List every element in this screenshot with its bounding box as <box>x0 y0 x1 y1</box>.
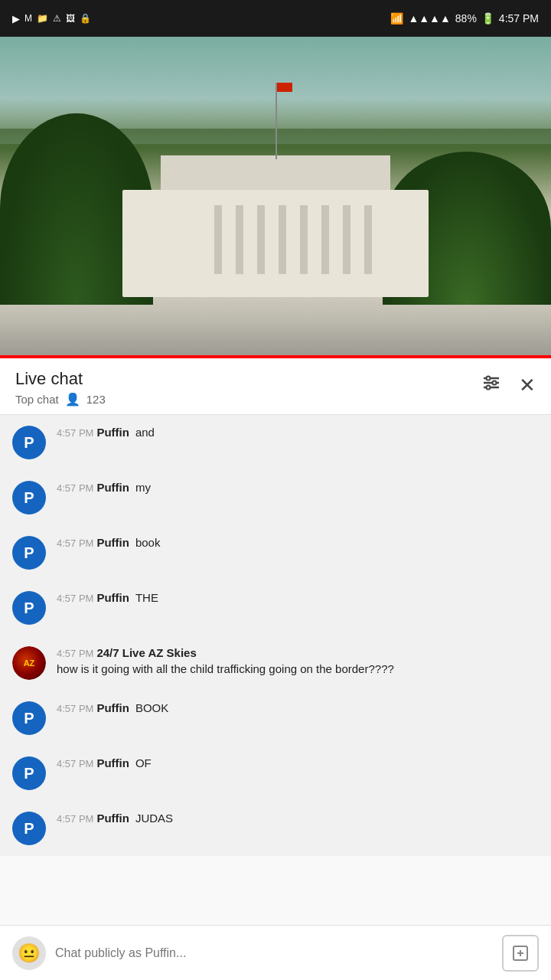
status-right: 📶 ▲▲▲▲ 88% 🔋 4:57 PM <box>390 12 539 24</box>
avatar: P <box>12 536 46 570</box>
avatar: P <box>12 756 46 790</box>
message-time: 4:57 PM <box>57 593 93 604</box>
avatar: P <box>12 591 46 625</box>
chat-header-right: ✕ <box>481 372 536 398</box>
top-chat-label[interactable]: Top chat <box>15 393 59 406</box>
message-text: book <box>135 536 161 549</box>
message-author: 24/7 Live AZ Skies <box>96 646 196 659</box>
message-text: BOOK <box>135 701 168 714</box>
play-icon: ▶ <box>12 13 20 24</box>
svg-point-3 <box>487 377 491 381</box>
filter-button[interactable] <box>481 372 502 398</box>
message-time: 4:57 PM <box>57 537 93 549</box>
building <box>84 144 467 297</box>
chat-message: P 4:57 PM Puffin JUDAS <box>0 801 551 856</box>
image-icon: 🖼 <box>66 13 75 24</box>
message-meta: 4:57 PM Puffin JUDAS <box>57 812 539 825</box>
battery-icon: 🔋 <box>481 12 494 24</box>
chat-message: P 4:57 PM Puffin and <box>0 415 551 470</box>
message-meta: 4:57 PM Puffin BOOK <box>57 701 539 714</box>
progress-bar[interactable] <box>0 355 551 358</box>
battery-percent: 88% <box>455 12 477 24</box>
m-icon: M <box>24 13 32 24</box>
svg-point-4 <box>493 381 497 385</box>
message-author: Puffin <box>96 701 129 714</box>
message-text: and <box>135 426 155 439</box>
chat-header-left: Live chat Top chat 👤 123 <box>15 369 106 407</box>
folder-icon: 📁 <box>37 13 48 24</box>
people-icon: 👤 <box>65 392 80 407</box>
message-text: JUDAS <box>135 812 173 825</box>
svg-point-5 <box>487 386 491 390</box>
viewer-count: 123 <box>86 393 106 406</box>
message-content: 4:57 PM Puffin JUDAS <box>57 812 539 825</box>
message-content: 4:57 PM Puffin and <box>57 426 539 439</box>
status-bar: ▶ M 📁 ⚠ 🖼 🔒 📶 ▲▲▲▲ 88% 🔋 4:57 PM <box>0 0 551 37</box>
message-time: 4:57 PM <box>57 813 93 825</box>
avatar: P <box>12 426 46 459</box>
avatar: AZ <box>12 646 46 680</box>
avatar: P <box>12 812 46 845</box>
send-button[interactable] <box>502 935 539 972</box>
chat-message: P 4:57 PM Puffin book <box>0 525 551 580</box>
warning-icon: ⚠ <box>53 13 61 24</box>
message-content: 4:57 PM 24/7 Live AZ Skies how is it goi… <box>57 646 539 677</box>
message-author: Puffin <box>96 812 129 825</box>
chat-subtitle: Top chat 👤 123 <box>15 392 106 407</box>
message-meta: 4:57 PM Puffin and <box>57 426 539 439</box>
avatar: P <box>12 481 46 514</box>
message-author: Puffin <box>96 426 129 439</box>
message-time: 4:57 PM <box>57 482 93 494</box>
message-author: Puffin <box>96 481 129 494</box>
message-meta: 4:57 PM Puffin my <box>57 481 539 494</box>
message-text: how is it going with all the child traff… <box>57 661 539 677</box>
message-text: THE <box>135 591 158 604</box>
video-player[interactable] <box>0 37 551 358</box>
chat-message: AZ 4:57 PM 24/7 Live AZ Skies how is it … <box>0 635 551 691</box>
message-time: 4:57 PM <box>57 758 93 769</box>
message-content: 4:57 PM Puffin book <box>57 536 539 549</box>
message-text: my <box>135 481 151 494</box>
emoji-icon: 😐 <box>18 942 41 964</box>
wifi-icon: 📶 <box>390 12 403 24</box>
chat-input-field[interactable] <box>55 946 493 960</box>
signal-icon: ▲▲▲▲ <box>408 12 450 24</box>
message-meta: 4:57 PM Puffin THE <box>57 591 539 604</box>
message-time: 4:57 PM <box>57 648 93 659</box>
chat-messages: P 4:57 PM Puffin and P 4:57 PM Puffin my… <box>0 415 551 856</box>
message-content: 4:57 PM Puffin BOOK <box>57 701 539 714</box>
live-chat-panel: Live chat Top chat 👤 123 ✕ <box>0 358 551 980</box>
chat-message: P 4:57 PM Puffin OF <box>0 746 551 801</box>
message-meta: 4:57 PM 24/7 Live AZ Skies <box>57 646 539 659</box>
status-left: ▶ M 📁 ⚠ 🖼 🔒 <box>12 13 91 24</box>
message-time: 4:57 PM <box>57 703 93 714</box>
message-text: OF <box>135 756 152 769</box>
message-author: Puffin <box>96 536 129 549</box>
message-time: 4:57 PM <box>57 427 93 439</box>
chat-message: P 4:57 PM Puffin BOOK <box>0 691 551 746</box>
emoji-button[interactable]: 😐 <box>12 936 46 970</box>
avatar: P <box>12 701 46 735</box>
message-author: Puffin <box>96 756 129 769</box>
chat-message: P 4:57 PM Puffin my <box>0 470 551 525</box>
message-meta: 4:57 PM Puffin OF <box>57 756 539 769</box>
chat-input-bar: 😐 <box>0 925 551 980</box>
message-content: 4:57 PM Puffin THE <box>57 591 539 604</box>
chat-header: Live chat Top chat 👤 123 ✕ <box>0 358 551 415</box>
lock-icon: 🔒 <box>80 13 91 24</box>
close-chat-button[interactable]: ✕ <box>519 374 536 397</box>
message-meta: 4:57 PM Puffin book <box>57 536 539 549</box>
message-author: Puffin <box>96 591 129 604</box>
clock: 4:57 PM <box>499 12 539 24</box>
message-content: 4:57 PM Puffin my <box>57 481 539 494</box>
chat-message: P 4:57 PM Puffin THE <box>0 580 551 635</box>
message-content: 4:57 PM Puffin OF <box>57 756 539 769</box>
chat-title: Live chat <box>15 369 106 389</box>
